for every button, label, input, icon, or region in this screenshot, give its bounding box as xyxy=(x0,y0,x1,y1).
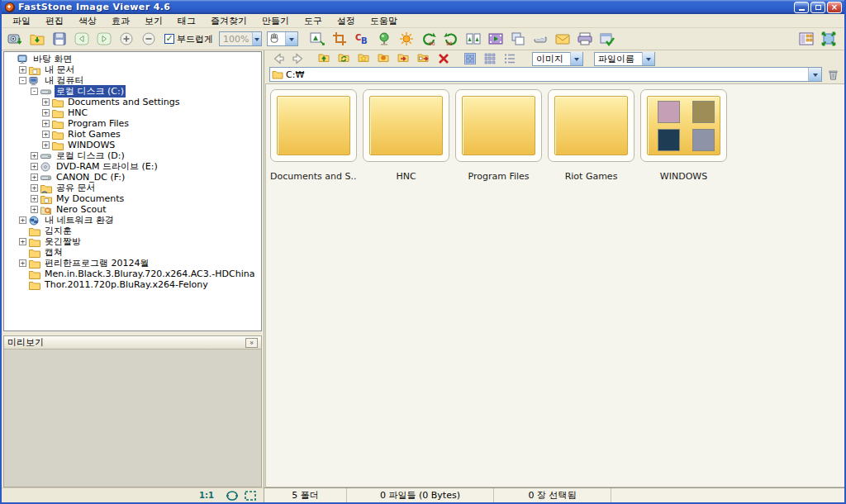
forward-icon[interactable] xyxy=(289,51,307,66)
tree-expander[interactable]: + xyxy=(19,66,26,74)
sort-by-arrow[interactable] xyxy=(642,52,654,65)
address-combobox[interactable]: C:₩ xyxy=(269,67,822,82)
tree-expander[interactable]: + xyxy=(31,195,38,202)
up-folder-icon[interactable] xyxy=(316,51,334,66)
next-icon[interactable] xyxy=(94,30,114,48)
save-icon[interactable] xyxy=(50,30,69,48)
tree-item-label[interactable]: 로컬 디스크 (C:) xyxy=(55,85,126,97)
tree-item[interactable]: -내 컴퓨터 xyxy=(4,75,261,86)
tree-item-label[interactable]: My Documents xyxy=(55,193,126,204)
email-icon[interactable] xyxy=(553,30,573,48)
tree-item[interactable]: +편리한프로그램 20124월 xyxy=(4,258,261,269)
copy-to-folder-icon[interactable] xyxy=(395,51,413,66)
tree-item[interactable]: +WINDOWS xyxy=(4,140,261,150)
zoom-combobox[interactable]: 100% xyxy=(219,31,262,46)
file-filter-combobox[interactable]: 이미지 xyxy=(532,52,583,66)
menu-item-6[interactable]: 태그 xyxy=(170,14,203,28)
scan-icon[interactable] xyxy=(530,30,550,48)
address-dropdown-arrow[interactable] xyxy=(808,68,821,81)
actual-size-icon[interactable] xyxy=(244,490,257,502)
tree-item[interactable]: +Program Files xyxy=(4,118,261,129)
browser-layout-icon[interactable] xyxy=(796,30,816,48)
maximize-button[interactable] xyxy=(810,2,825,13)
file-tile-box[interactable] xyxy=(548,89,634,162)
sort-by-combobox[interactable]: 파일이름 xyxy=(594,52,655,66)
tree-expander[interactable]: + xyxy=(42,109,50,116)
tree-expander[interactable]: + xyxy=(42,120,50,127)
tree-expander[interactable]: + xyxy=(31,206,38,213)
compare-icon[interactable] xyxy=(463,30,483,48)
view-thumbnails-icon[interactable] xyxy=(461,51,479,66)
adjust-colors-icon[interactable] xyxy=(397,30,416,48)
resize-icon[interactable] xyxy=(307,30,327,48)
previous-icon[interactable] xyxy=(72,30,92,48)
tree-item[interactable]: -로컬 디스크 (C:) xyxy=(4,86,261,97)
settings-icon[interactable] xyxy=(597,30,617,48)
menu-item-8[interactable]: 만들기 xyxy=(254,14,297,28)
tree-expander[interactable]: + xyxy=(42,141,50,149)
red-eye-icon[interactable] xyxy=(374,30,394,48)
menu-item-1[interactable]: 파일 xyxy=(5,14,38,28)
tree-item-label[interactable]: DVD-RAM 드라이브 (E:) xyxy=(55,160,159,173)
tree-item[interactable]: +공유 문서 xyxy=(4,183,261,193)
tree-item[interactable]: +My Documents xyxy=(4,193,261,204)
file-tile[interactable]: WINDOWS xyxy=(640,89,727,182)
crop-icon[interactable] xyxy=(330,30,349,48)
tree-expander[interactable]: + xyxy=(31,152,38,159)
zoom-out-icon[interactable] xyxy=(139,30,159,48)
zoom-combobox-arrow[interactable] xyxy=(252,32,261,45)
menu-item-10[interactable]: 설정 xyxy=(330,14,363,28)
tree-expander[interactable]: + xyxy=(42,131,50,138)
tree-item[interactable]: +CANON_DC (F:) xyxy=(4,172,261,183)
view-list-icon[interactable] xyxy=(481,51,499,66)
file-tile[interactable]: HNC xyxy=(363,89,449,182)
tree-expander[interactable]: - xyxy=(19,77,26,84)
tree-expander[interactable]: - xyxy=(31,88,38,95)
capture-icon[interactable] xyxy=(5,30,25,48)
hand-tool-arrow[interactable] xyxy=(285,32,297,45)
file-tile[interactable]: Program Files xyxy=(455,89,542,182)
delete-icon[interactable] xyxy=(435,51,453,66)
tree-item-label[interactable]: HNC xyxy=(66,107,89,118)
favorite-folder-icon[interactable] xyxy=(355,51,373,66)
menu-item-7[interactable]: 즐겨찾기 xyxy=(203,14,254,28)
new-folder-icon[interactable] xyxy=(375,51,393,66)
file-tile-box[interactable] xyxy=(455,89,542,162)
file-tile-box[interactable] xyxy=(363,89,449,162)
rotate-left-icon[interactable]: 90 xyxy=(419,30,439,48)
print-icon[interactable] xyxy=(575,30,595,48)
move-to-folder-icon[interactable] xyxy=(415,51,433,66)
zoom-in-icon[interactable] xyxy=(116,30,136,48)
menu-item-5[interactable]: 보기 xyxy=(137,14,170,28)
file-tile-box[interactable] xyxy=(640,89,727,162)
back-icon[interactable] xyxy=(269,51,288,66)
hand-tool-combobox[interactable] xyxy=(267,31,298,46)
tree-item-label[interactable]: 편리한프로그램 20124월 xyxy=(43,257,151,269)
rename-icon[interactable]: CB xyxy=(352,30,372,48)
menu-item-4[interactable]: 효과 xyxy=(104,14,137,28)
tree-item[interactable]: Men.in.Black.3.Bluray.720.x264.AC3.-HDCh… xyxy=(4,269,261,279)
tree-item[interactable]: +HNC xyxy=(4,107,261,118)
view-details-icon[interactable] xyxy=(501,51,519,66)
tree-item[interactable]: Thor.2011.720p.BluRay.x264-Felony xyxy=(4,279,261,290)
copy-move-icon[interactable] xyxy=(508,30,528,48)
close-button[interactable]: × xyxy=(827,2,842,13)
fit-window-icon[interactable] xyxy=(226,490,239,502)
menu-item-3[interactable]: 색상 xyxy=(71,14,104,28)
rotate-right-icon[interactable]: 90 xyxy=(441,30,461,48)
menu-item-2[interactable]: 편집 xyxy=(38,14,71,28)
file-tile[interactable]: Documents and S... xyxy=(270,89,357,182)
tree-expander[interactable]: + xyxy=(31,163,38,170)
recycle-bin-icon[interactable] xyxy=(825,67,841,82)
tree-item-label[interactable]: Riot Games xyxy=(66,129,122,140)
smooth-checkbox[interactable]: ✓ xyxy=(164,34,174,44)
tree-item-label[interactable]: Men.in.Black.3.Bluray.720.x264.AC3.-HDCh… xyxy=(43,269,256,279)
tree-item[interactable]: +DVD-RAM 드라이브 (E:) xyxy=(4,161,261,172)
file-tile[interactable]: Riot Games xyxy=(548,89,634,182)
tree-item[interactable]: +Riot Games xyxy=(4,129,261,140)
minimize-button[interactable] xyxy=(794,2,809,13)
preview-collapse-button[interactable]: » xyxy=(245,338,258,348)
file-filter-arrow[interactable] xyxy=(570,52,582,65)
tree-item-label[interactable]: Thor.2011.720p.BluRay.x264-Felony xyxy=(43,279,210,290)
open-folder-icon[interactable] xyxy=(27,30,47,48)
